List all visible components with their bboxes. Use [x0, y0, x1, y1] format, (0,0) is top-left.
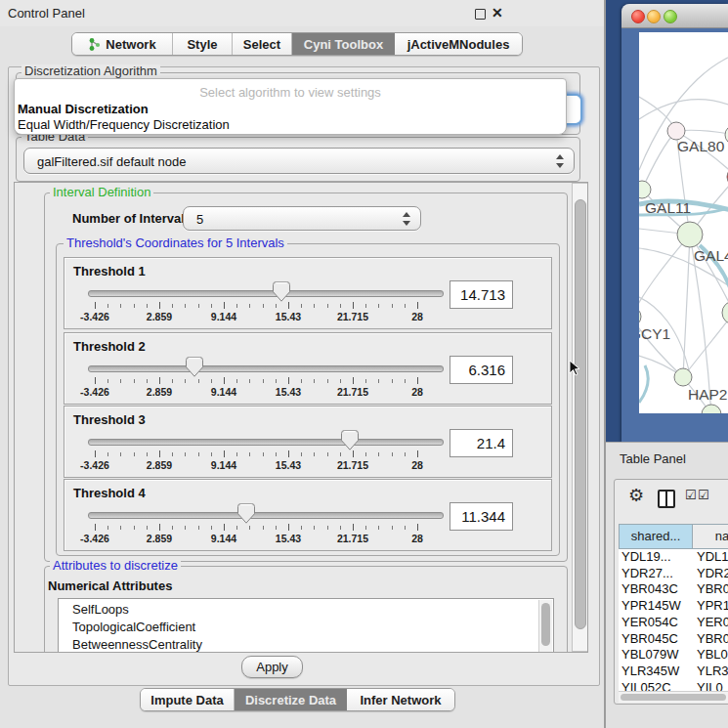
- slider-track[interactable]: [88, 439, 444, 446]
- list-item-topologicalcoefficient[interactable]: TopologicalCoefficient: [72, 620, 195, 634]
- slider-tick: [198, 526, 199, 530]
- slider-tick: [236, 526, 237, 530]
- screenshot-root: Control Panel ✕ NetworkStyleSelectCyni T…: [0, 0, 728, 728]
- slider-track[interactable]: [88, 512, 444, 519]
- cell-shared-name: YIL052C: [621, 680, 671, 691]
- network-node-h[interactable]: [722, 301, 728, 324]
- tab-cyni-toolbox[interactable]: Cyni Toolbox: [292, 33, 395, 55]
- network-edge[interactable]: [639, 365, 648, 403]
- tab-style[interactable]: Style: [173, 33, 233, 55]
- table-row[interactable]: YBR043CYBR0: [619, 581, 728, 598]
- tab-jactivemnodules[interactable]: jActiveMNodules: [395, 33, 522, 55]
- mouse-cursor: [569, 360, 580, 377]
- slider-tick: [405, 452, 406, 456]
- slider-tick: [95, 450, 96, 457]
- slider-tick: [95, 524, 96, 531]
- horizontal-scrollbar[interactable]: [619, 691, 728, 703]
- scrollbar-thumb[interactable]: [541, 603, 550, 646]
- tab-infer-network[interactable]: Infer Network: [347, 689, 454, 710]
- slider-tick: [417, 377, 418, 384]
- table-row[interactable]: YDR27...YDR2: [619, 566, 728, 582]
- apply-button[interactable]: Apply: [241, 656, 303, 678]
- table-row[interactable]: YER054CYER0: [619, 615, 728, 631]
- float-window-icon[interactable]: [475, 9, 486, 20]
- network-node-gal4[interactable]: [677, 222, 703, 247]
- traffic-light-zoom-icon[interactable]: [664, 10, 677, 23]
- table-row[interactable]: YBR045CYBR0: [619, 631, 728, 648]
- table-row[interactable]: YIL052CYIL0: [619, 680, 728, 691]
- slider-tick: [211, 452, 212, 456]
- column-header-na[interactable]: na: [692, 524, 728, 549]
- threshold-value-input[interactable]: 11.344: [450, 502, 513, 531]
- threshold-value-input[interactable]: 6.316: [450, 356, 513, 384]
- combo-stepper-icon: [403, 212, 411, 226]
- slider-tick: [236, 304, 237, 308]
- slider-tick: [314, 304, 315, 308]
- network-canvas[interactable]: GAL80G.CGAL11GAL4GCY1HHAP2: [639, 32, 728, 413]
- number-of-intervals-combo[interactable]: 5: [183, 206, 421, 231]
- tick-label: 9.144: [211, 311, 236, 322]
- tab-select[interactable]: Select: [233, 33, 292, 55]
- columns-icon[interactable]: [658, 490, 675, 508]
- threshold-label: Threshold 4: [73, 486, 146, 500]
- slider-tick: [314, 379, 315, 383]
- network-edge[interactable]: [639, 235, 690, 317]
- dropdown-option-manual-discretization[interactable]: Manual Discretization: [18, 102, 149, 116]
- slider-tick: [314, 526, 315, 530]
- close-icon[interactable]: ✕: [492, 5, 503, 21]
- tab-discretize-data[interactable]: Discretize Data: [235, 689, 347, 710]
- tick-label: 9.144: [211, 533, 236, 544]
- tab-network[interactable]: Network: [72, 33, 173, 55]
- slider-tick: [327, 452, 328, 456]
- scrollbar-thumb[interactable]: [575, 199, 586, 629]
- network-window-titlebar[interactable]: [621, 4, 728, 28]
- network-edge[interactable]: [700, 245, 728, 408]
- slider-tick: [353, 377, 354, 384]
- tick-label: 15.43: [276, 533, 301, 544]
- gear-icon[interactable]: ⚙: [628, 485, 644, 506]
- slider-thumb[interactable]: [273, 281, 290, 302]
- scrollbar-thumb[interactable]: [621, 694, 726, 701]
- threshold-panel-4: Threshold 4-3.4262.8599.14415.4321.71528…: [64, 479, 552, 551]
- network-edge[interactable]: [639, 99, 728, 119]
- slider-tick: [288, 302, 289, 309]
- table-row[interactable]: YDL19...YDL1: [619, 549, 728, 566]
- slider-tick: [340, 304, 341, 308]
- attributes-list[interactable]: SelfLoopsTopologicalCoefficientBetweenne…: [58, 598, 554, 653]
- vertical-scrollbar[interactable]: [572, 183, 587, 652]
- threshold-value-input[interactable]: 21.4: [450, 429, 513, 457]
- table-row[interactable]: YBL079WYBL0: [619, 647, 728, 664]
- slider-thumb[interactable]: [341, 430, 359, 450]
- slider-thumb[interactable]: [237, 503, 255, 524]
- table-data-combo[interactable]: galFiltered.sif default node: [23, 148, 575, 174]
- dropdown-option-equal-width-frequency-discretization[interactable]: Equal Width/Frequency Discretization: [18, 117, 230, 132]
- slider-track[interactable]: [88, 290, 444, 297]
- cell-shared-name: YPR145W: [621, 598, 681, 613]
- network-node-hap2[interactable]: [674, 368, 692, 386]
- network-edge[interactable]: [683, 235, 690, 377]
- tab-label: Cyni Toolbox: [304, 37, 383, 52]
- threshold-value-input[interactable]: 14.713: [450, 280, 513, 309]
- list-item-betweennesscentrality[interactable]: BetweennessCentrality: [72, 637, 202, 652]
- slider-tick: [392, 526, 393, 530]
- checkbox-icon[interactable]: ☑: [698, 488, 709, 502]
- traffic-light-minimize-icon[interactable]: [647, 10, 661, 23]
- traffic-light-close-icon[interactable]: [631, 10, 645, 23]
- network-node-gal11[interactable]: [639, 181, 651, 198]
- table-row[interactable]: YPR145WYPR1: [619, 598, 728, 615]
- column-header-shared-[interactable]: shared...: [619, 524, 693, 549]
- slider-thumb[interactable]: [186, 357, 203, 377]
- tab-impute-data[interactable]: Impute Data: [141, 689, 235, 710]
- slider-track[interactable]: [88, 365, 444, 372]
- slider-tick: [159, 377, 160, 384]
- cell-shared-name: YLR345W: [621, 664, 679, 678]
- slider-tick: [172, 304, 173, 308]
- list-item-selfloops[interactable]: SelfLoops: [72, 602, 129, 617]
- cell-shared-name: YBL079W: [621, 647, 679, 662]
- network-edge[interactable]: [642, 131, 676, 190]
- checkbox-icon[interactable]: ☑: [685, 488, 697, 502]
- network-node-gcy1[interactable]: [639, 307, 641, 326]
- table-row[interactable]: YLR345WYLR3: [619, 664, 728, 680]
- slider-tick: [224, 377, 225, 384]
- list-scrollbar[interactable]: [538, 600, 552, 652]
